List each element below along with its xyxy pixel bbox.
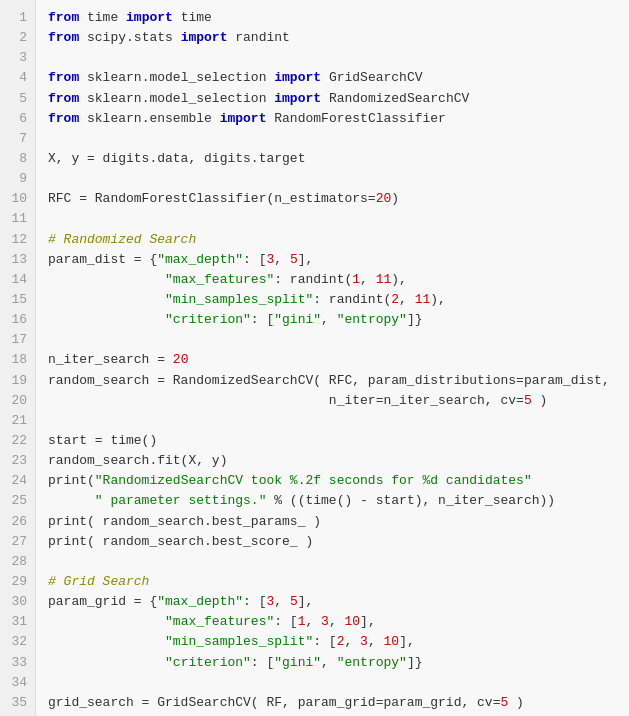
line-number: 33 xyxy=(0,653,35,673)
token-str: "max_depth" xyxy=(157,252,243,267)
token-comment: # Grid Search xyxy=(48,574,149,589)
code-line: RFC = RandomForestClassifier(n_estimator… xyxy=(48,189,629,209)
token-kw: import xyxy=(220,111,267,126)
token-plain: : randint( xyxy=(274,272,352,287)
code-line: "max_features": [1, 3, 10], xyxy=(48,612,629,632)
line-number: 32 xyxy=(0,632,35,652)
token-plain: , xyxy=(321,312,337,327)
token-plain: ) xyxy=(391,191,399,206)
token-plain: print( xyxy=(48,473,95,488)
token-plain: , xyxy=(321,655,337,670)
line-number: 28 xyxy=(0,552,35,572)
token-plain xyxy=(48,312,165,327)
token-plain: param_dist = { xyxy=(48,252,157,267)
token-plain: GridSearchCV xyxy=(321,70,422,85)
line-number: 8 xyxy=(0,149,35,169)
code-line: X, y = digits.data, digits.target xyxy=(48,149,629,169)
line-number: 20 xyxy=(0,391,35,411)
line-number: 19 xyxy=(0,371,35,391)
token-plain: ], xyxy=(399,634,415,649)
token-comment: # Randomized Search xyxy=(48,232,196,247)
token-plain: start = time() xyxy=(48,433,157,448)
token-kw: import xyxy=(274,70,321,85)
token-plain: , xyxy=(368,634,384,649)
line-number: 3 xyxy=(0,48,35,68)
code-line: random_search = RandomizedSearchCV( RFC,… xyxy=(48,371,629,391)
token-plain: ), xyxy=(391,272,407,287)
line-number: 14 xyxy=(0,270,35,290)
token-plain xyxy=(48,634,165,649)
code-line xyxy=(48,129,629,149)
token-plain: randint xyxy=(227,30,289,45)
line-number: 23 xyxy=(0,451,35,471)
line-number: 34 xyxy=(0,673,35,693)
token-plain: n_iter=n_iter_search, cv= xyxy=(48,393,524,408)
token-plain: , xyxy=(329,614,345,629)
code-line: from sklearn.model_selection import Rand… xyxy=(48,89,629,109)
code-editor: 1234567891011121314151617181920212223242… xyxy=(0,0,629,716)
line-number: 13 xyxy=(0,250,35,270)
token-plain: : [ xyxy=(251,655,274,670)
token-plain: , xyxy=(274,594,290,609)
token-plain: ), xyxy=(430,292,446,307)
token-plain: sklearn.model_selection xyxy=(79,91,274,106)
code-line xyxy=(48,48,629,68)
token-plain xyxy=(48,493,95,508)
code-line xyxy=(48,330,629,350)
line-number: 22 xyxy=(0,431,35,451)
code-line: n_iter_search = 20 xyxy=(48,350,629,370)
token-num: 5 xyxy=(290,594,298,609)
token-num: 2 xyxy=(391,292,399,307)
token-plain: , xyxy=(305,614,321,629)
code-content[interactable]: from time import timefrom scipy.stats im… xyxy=(36,0,629,716)
token-plain: n_iter_search = xyxy=(48,352,173,367)
line-number: 35 xyxy=(0,693,35,713)
code-line: start = time() xyxy=(48,431,629,451)
code-line: print("RandomizedSearchCV took %.2f seco… xyxy=(48,471,629,491)
token-num: 11 xyxy=(376,272,392,287)
token-plain: ]} xyxy=(407,655,423,670)
token-str: "max_features" xyxy=(165,614,274,629)
token-plain: RandomizedSearchCV xyxy=(321,91,469,106)
code-line: "max_features": randint(1, 11), xyxy=(48,270,629,290)
token-kw: from xyxy=(48,111,79,126)
token-kw: from xyxy=(48,70,79,85)
line-number: 16 xyxy=(0,310,35,330)
line-number: 10 xyxy=(0,189,35,209)
token-num: 20 xyxy=(376,191,392,206)
line-number: 15 xyxy=(0,290,35,310)
token-plain: : randint( xyxy=(313,292,391,307)
line-number: 1 xyxy=(0,8,35,28)
line-number: 27 xyxy=(0,532,35,552)
token-plain: grid_search = GridSearchCV( RF, param_gr… xyxy=(48,695,500,710)
token-plain xyxy=(48,272,165,287)
code-line: from scipy.stats import randint xyxy=(48,28,629,48)
code-line: from sklearn.model_selection import Grid… xyxy=(48,68,629,88)
token-num: 5 xyxy=(524,393,532,408)
token-num: 3 xyxy=(360,634,368,649)
token-plain: RandomForestClassifier xyxy=(266,111,445,126)
token-num: 10 xyxy=(345,614,361,629)
token-plain xyxy=(48,655,165,670)
token-num: 5 xyxy=(290,252,298,267)
token-plain: : [ xyxy=(313,634,336,649)
token-str: "criterion" xyxy=(165,312,251,327)
line-number: 17 xyxy=(0,330,35,350)
token-plain: , xyxy=(399,292,415,307)
token-plain: : [ xyxy=(243,252,266,267)
code-line: "min_samples_split": randint(2, 11), xyxy=(48,290,629,310)
code-line: print( random_search.best_score_ ) xyxy=(48,532,629,552)
code-line: "min_samples_split": [2, 3, 10], xyxy=(48,632,629,652)
line-number: 31 xyxy=(0,612,35,632)
token-str: "min_samples_split" xyxy=(165,634,313,649)
line-number: 21 xyxy=(0,411,35,431)
line-number: 4 xyxy=(0,68,35,88)
code-line: print( random_search.best_params_ ) xyxy=(48,512,629,532)
code-line: param_grid = {"max_depth": [3, 5], xyxy=(48,592,629,612)
line-number: 7 xyxy=(0,129,35,149)
token-plain: ], xyxy=(298,252,314,267)
line-number: 12 xyxy=(0,230,35,250)
code-line xyxy=(48,209,629,229)
token-plain: scipy.stats xyxy=(79,30,180,45)
line-number: 6 xyxy=(0,109,35,129)
